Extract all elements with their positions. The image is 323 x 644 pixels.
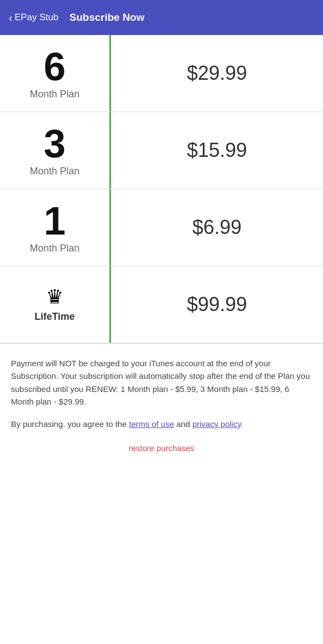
plan-price-six-month: $29.99 bbox=[187, 62, 247, 85]
plan-label-one-month: Month Plan bbox=[30, 243, 79, 254]
agree-prefix: By purchasing. you agree to the bbox=[11, 419, 129, 429]
back-button[interactable]: ‹ EPay Stub bbox=[9, 11, 58, 24]
plan-row-six-month[interactable]: 6 Month Plan $29.99 bbox=[0, 35, 323, 112]
plan-label-lifetime: LifeTime bbox=[34, 311, 75, 323]
plan-row-lifetime[interactable]: ♛ LifeTime $99.99 bbox=[0, 266, 323, 343]
plan-left-one-month: 1 Month Plan bbox=[0, 190, 109, 265]
plan-left-three-month: 3 Month Plan bbox=[0, 113, 109, 188]
terms-of-use-link[interactable]: terms of use bbox=[129, 419, 174, 429]
plan-price-one-month: $6.99 bbox=[192, 216, 242, 239]
page-title: Subscribe Now bbox=[69, 11, 144, 24]
plan-right-three-month: $15.99 bbox=[111, 128, 323, 173]
plan-number-three-month: 3 bbox=[44, 124, 66, 163]
back-label: EPay Stub bbox=[15, 12, 58, 23]
plan-number-six-month: 6 bbox=[44, 47, 66, 86]
plan-left-lifetime: ♛ LifeTime bbox=[0, 276, 109, 333]
plans-container: 6 Month Plan $29.99 3 Month Plan $15.99 … bbox=[0, 35, 323, 344]
info-section: Payment will NOT be charged to your iTun… bbox=[0, 344, 323, 439]
plan-row-three-month[interactable]: 3 Month Plan $15.99 bbox=[0, 112, 323, 189]
restore-purchases-hint[interactable]: restore purchases bbox=[0, 439, 323, 464]
plan-number-one-month: 1 bbox=[44, 201, 66, 241]
payment-info-text: Payment will NOT be charged to your iTun… bbox=[11, 357, 312, 408]
plan-price-three-month: $15.99 bbox=[187, 139, 247, 162]
plan-label-three-month: Month Plan bbox=[30, 166, 79, 177]
back-chevron-icon: ‹ bbox=[9, 11, 13, 24]
plan-row-one-month[interactable]: 1 Month Plan $6.99 bbox=[0, 189, 323, 266]
plan-label-six-month: Month Plan bbox=[30, 89, 79, 100]
plan-right-one-month: $6.99 bbox=[111, 205, 323, 250]
restore-label: restore purchases bbox=[128, 443, 194, 453]
plan-right-six-month: $29.99 bbox=[111, 51, 323, 96]
agree-suffix: . bbox=[241, 419, 243, 429]
plan-right-lifetime: $99.99 bbox=[111, 282, 323, 327]
crown-icon: ♛ bbox=[46, 287, 63, 307]
privacy-policy-link[interactable]: privacy policy bbox=[192, 419, 241, 429]
agree-text: By purchasing. you agree to the terms of… bbox=[11, 418, 312, 430]
plan-price-lifetime: $99.99 bbox=[187, 293, 247, 316]
plan-left-six-month: 6 Month Plan bbox=[0, 36, 109, 111]
header: ‹ EPay Stub Subscribe Now bbox=[0, 0, 323, 35]
agree-middle: and bbox=[174, 419, 192, 429]
